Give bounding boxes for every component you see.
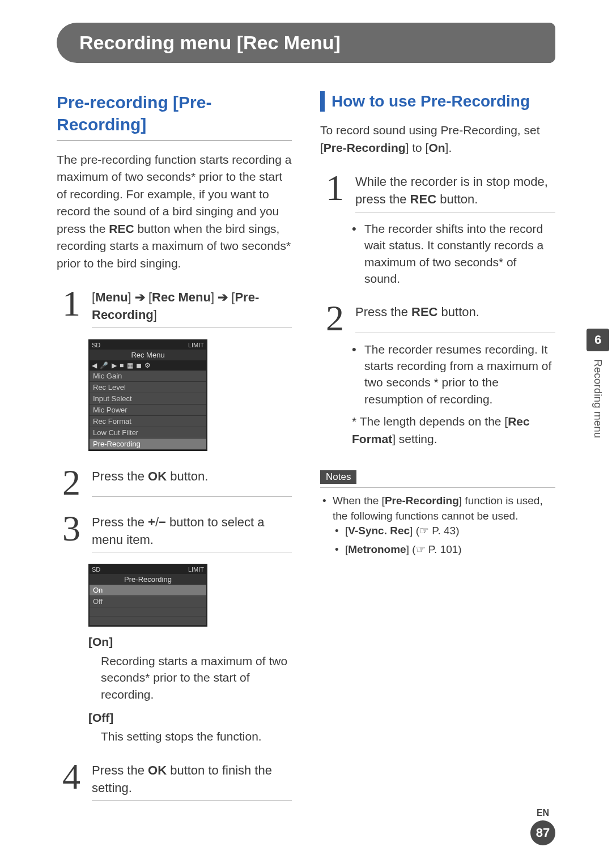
t: Press the [355,305,411,319]
lcd-item: Rec Level [90,382,206,393]
page-number: 87 [530,820,555,845]
step-number: 2 [62,468,87,497]
t: button. [436,192,478,206]
step-number: 2 [326,304,351,333]
right-intro: To record sound using Pre-Recording, set… [320,122,555,156]
left-step-2: 2 Press the OK button. [57,468,292,497]
lcd-item: Low Cut Filter [90,427,206,439]
step-number: 3 [62,514,87,553]
t: When the [ [333,495,385,507]
ref: (☞ P. 43) [416,525,460,537]
t: ] setting. [392,432,437,445]
step-title: Press the +/− button to select a menu it… [92,514,292,553]
chapter-number-badge: 6 [586,329,609,351]
lcd-topL: SD [92,342,100,348]
rec-kw: REC [411,305,437,319]
bullet-text: The recorder shifts into the record wait… [352,220,555,287]
kw: V-Sync. Rec [348,525,410,537]
ref: (☞ P. 101) [412,543,461,555]
option-desc: This setting stops the function. [88,728,292,744]
step-title: Press the REC button. [355,304,555,333]
t: ]. [445,141,452,154]
menu-kw: Menu [95,290,128,304]
option-on: [On] Recording starts a maximum of two s… [88,633,292,703]
lcd-item: Mic Power [90,405,206,416]
notes-line: When the [Pre-Recording] function is use… [322,493,555,557]
lcd-screenshot-prerecording: SDLIMIT Pre-Recording On Off [88,564,207,627]
intro-paragraph: The pre-recording function starts record… [57,151,292,272]
option-label: [On] [88,633,292,650]
kw: Pre-Recording [385,495,459,507]
t: Press the [92,763,148,777]
lcd-item: Rec Format [90,416,206,427]
footnote-star: * The length depends on the [Rec Format]… [320,413,555,448]
notes-sub: [V-Sync. Rec] (☞ P. 43) [335,524,555,539]
left-step-4: 4 Press the OK button to finish the sett… [57,762,292,801]
t: button. [438,305,479,319]
ok-kw: OK [148,763,167,777]
lcd-tabs: ◀ 🎤 ▶ ■ ▦ ◼ ⚙ [90,360,206,371]
lcd-item: Input Select [90,393,206,405]
step-number: 4 [62,762,87,801]
bullet-text: The recorder resumes recording. It start… [352,341,555,408]
ok-kw: OK [148,469,167,483]
t: * The length depends on the [ [352,415,508,428]
lcd-item [90,616,206,626]
plus-kw: + [148,515,155,529]
left-step-3: 3 Press the +/− button to select a menu … [57,514,292,553]
t: button. [167,469,208,483]
lcd-item-selected: Pre-Recording [90,439,206,450]
lcd-topR: LIMIT [188,342,204,348]
right-step-2: 2 Press the REC button. [320,304,555,333]
step-number: 1 [62,289,87,328]
arrow-icon: ➔ [135,290,145,304]
lcd-item-selected: On [90,585,206,596]
right-section-title: How to use Pre-Recording [320,91,555,112]
lcd-screenshot-recmenu: SDLIMIT Rec Menu ◀ 🎤 ▶ ■ ▦ ◼ ⚙ Mic Gain … [88,339,207,451]
arrow-icon: ➔ [218,290,228,304]
lcd-topL: SD [92,566,100,573]
right-step-1: 1 While the recorder is in stop mode, pr… [320,173,555,212]
language-code: EN [530,808,555,818]
right-step2-bullets: The recorder resumes recording. It start… [320,341,555,408]
chapter-banner: Recording menu [Rec Menu] [57,23,555,63]
right-step1-bullets: The recorder shifts into the record wait… [320,220,555,287]
option-label: [Off] [88,709,292,726]
notes-badge: Notes [320,470,356,484]
left-step-1: 1 [Menu] ➔ [Rec Menu] ➔ [Pre-Recording] [57,289,292,328]
kw: Pre-Recording [324,141,406,154]
lcd-item: Off [90,596,206,607]
lcd-title: Rec Menu [90,350,206,360]
step-title: Press the OK button. [92,468,292,497]
lcd-topR: LIMIT [188,566,204,573]
right-column: How to use Pre-Recording To record sound… [320,91,555,806]
lcd-item [90,607,206,616]
page-footer: EN 87 [530,808,555,845]
kw: On [428,141,445,154]
step-number: 1 [326,173,351,212]
side-tab: 6 Recording menu [584,329,612,438]
left-column: Pre-recording [Pre-Recording] The pre-re… [57,91,292,806]
lcd-title: Pre-Recording [90,574,206,585]
recmenu-kw: Rec Menu [152,290,211,304]
notes-sub: [Metronome] (☞ P. 101) [335,542,555,558]
step-title: [Menu] ➔ [Rec Menu] ➔ [Pre-Recording] [92,289,292,328]
lcd-item: Mic Gain [90,371,206,382]
minus-kw: − [159,515,166,529]
rec-kw: REC [410,192,436,206]
left-section-title: Pre-recording [Pre-Recording] [57,91,292,141]
option-desc: Recording starts a maximum of two second… [88,653,292,703]
t: ] to [ [406,141,429,154]
kw: Metronome [348,543,406,555]
t: Press the [92,469,148,483]
step-title: Press the OK button to finish the settin… [92,762,292,801]
side-section-label: Recording menu [592,359,604,438]
rec-keyword: REC [109,222,134,235]
notes-section: Notes When the [Pre-Recording] function … [320,470,555,557]
option-off: [Off] This setting stops the function. [88,709,292,745]
t: Press the [92,515,148,529]
step-title: While the recorder is in stop mode, pres… [355,173,555,212]
